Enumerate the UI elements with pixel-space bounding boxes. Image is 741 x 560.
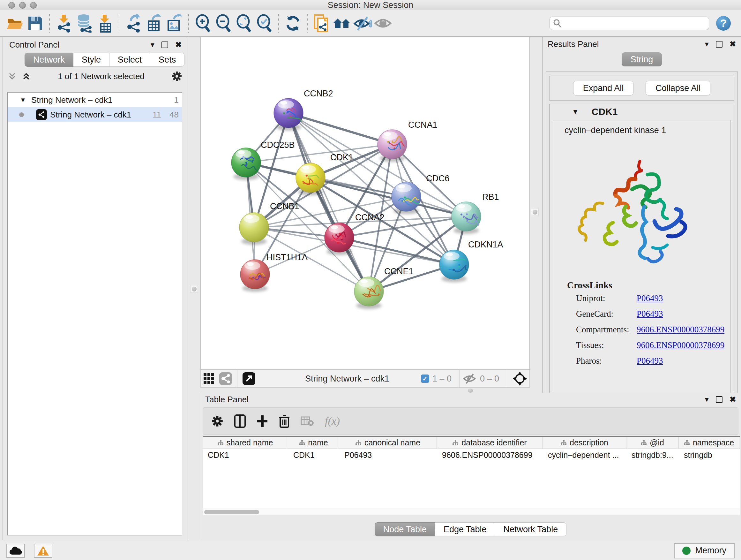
- search-input[interactable]: [561, 17, 705, 29]
- import-network-from-database-button[interactable]: [74, 13, 94, 34]
- table-row[interactable]: CDK1CDK1P064939606.ENSP00000378699cyclin…: [203, 449, 740, 461]
- protein-details: cyclin–dependent kinase 1: [553, 120, 731, 401]
- tab-string[interactable]: String: [622, 52, 662, 66]
- column-header-canonical-name[interactable]: canonical name: [339, 437, 437, 449]
- column-header-description[interactable]: description: [543, 437, 626, 449]
- node-RB1[interactable]: RB1: [452, 192, 499, 234]
- show-all-button[interactable]: [373, 13, 393, 34]
- network-row[interactable]: String Network – cdk1 11 48: [8, 107, 182, 122]
- tab-network[interactable]: Network: [24, 53, 73, 67]
- close-panel-icon[interactable]: ✖: [175, 41, 182, 49]
- open-session-button[interactable]: [4, 13, 25, 34]
- crosslink-link[interactable]: 9606.ENSP00000378699: [636, 340, 724, 350]
- collection-count: 1: [174, 95, 179, 105]
- titlebar: Session: New Session: [0, 0, 741, 10]
- detach-view-button[interactable]: [241, 370, 257, 387]
- export-network-button[interactable]: [123, 13, 144, 34]
- expand-all-chevrons-icon[interactable]: [21, 71, 31, 81]
- protein-description: cyclin–dependent kinase 1: [553, 120, 731, 135]
- trash-icon[interactable]: [279, 415, 290, 428]
- crosslink-row: Uniprot:P06493: [553, 291, 731, 306]
- show-columns-icon[interactable]: [234, 415, 246, 428]
- node-CCNB1[interactable]: CCNB1: [239, 201, 299, 245]
- node-CDKN1A[interactable]: CDKN1A: [440, 240, 503, 282]
- node-CCNA1[interactable]: CCNA1: [378, 120, 437, 162]
- protein-section-header[interactable]: ▼ CDK1: [549, 104, 734, 119]
- column-header-namespace[interactable]: namespace: [679, 437, 739, 449]
- float-panel-icon[interactable]: [161, 42, 168, 48]
- panel-menu-arrow-icon[interactable]: ▾: [705, 40, 709, 48]
- disclosure-triangle-icon[interactable]: ▼: [20, 97, 26, 104]
- birdseye-view-button[interactable]: [510, 370, 529, 387]
- panel-menu-arrow-icon[interactable]: ▾: [151, 41, 154, 49]
- column-header-@id[interactable]: @id: [626, 437, 679, 449]
- gear-icon[interactable]: [172, 71, 182, 82]
- export-table-button[interactable]: [144, 13, 164, 34]
- network-view-button[interactable]: [217, 370, 234, 387]
- expand-all-button[interactable]: Expand All: [573, 81, 634, 96]
- tab-select[interactable]: Select: [110, 53, 150, 67]
- left-splitter-handle[interactable]: [190, 285, 198, 293]
- float-panel-icon[interactable]: [716, 41, 723, 48]
- grid-view-button[interactable]: [201, 370, 217, 387]
- gear-icon[interactable]: [211, 415, 223, 427]
- close-panel-icon[interactable]: ✖: [730, 40, 736, 48]
- panel-menu-arrow-icon[interactable]: ▾: [705, 395, 709, 403]
- edge-CCNA2-CDKN1A[interactable]: [339, 238, 454, 265]
- scrollbar-thumb[interactable]: [204, 510, 259, 514]
- edge-CCNB2-CCNA1[interactable]: [288, 113, 392, 144]
- node-label-CCNE1: CCNE1: [384, 266, 414, 276]
- crosslink-link[interactable]: P06493: [636, 356, 663, 366]
- cloud-button[interactable]: [6, 544, 25, 558]
- import-network-button[interactable]: [54, 13, 74, 34]
- search-icon: [553, 19, 561, 28]
- zoom-selected-button[interactable]: [254, 13, 274, 34]
- horizontal-splitter-handle[interactable]: [468, 388, 473, 393]
- node-CCNE1[interactable]: CCNE1: [354, 266, 414, 309]
- memory-button[interactable]: Memory: [674, 543, 735, 558]
- close-panel-icon[interactable]: ✖: [730, 395, 736, 403]
- crosslink-link[interactable]: P06493: [636, 309, 663, 319]
- first-neighbors-button[interactable]: [332, 13, 352, 34]
- collapse-all-chevrons-icon[interactable]: [7, 71, 17, 81]
- crosslinks-heading: CrossLinks: [553, 280, 731, 291]
- crosslink-link[interactable]: 9606.ENSP00000378699: [636, 325, 724, 334]
- tab-node-table[interactable]: Node Table: [375, 522, 435, 537]
- table-cell: CDK1: [203, 449, 288, 461]
- apply-layout-button[interactable]: [283, 13, 303, 34]
- save-session-button[interactable]: [25, 13, 45, 34]
- import-table-button[interactable]: [94, 13, 115, 34]
- add-icon[interactable]: [257, 415, 268, 428]
- float-panel-icon[interactable]: [716, 396, 723, 403]
- crosslink-link[interactable]: P06493: [636, 294, 663, 303]
- export-image-button[interactable]: [164, 13, 185, 34]
- zoom-in-button[interactable]: [193, 13, 213, 34]
- column-header-database-identifier[interactable]: database identifier: [437, 437, 543, 449]
- network-canvas[interactable]: CCNB2CCNA1CDC25BCDK1CDC6RB1CCNB1CCNA2CDK…: [200, 37, 530, 370]
- new-network-from-selection-button[interactable]: [312, 13, 332, 34]
- selected-checkbox[interactable]: ✓: [421, 374, 429, 383]
- right-splitter-handle[interactable]: [531, 208, 539, 216]
- node-HIST1H1A[interactable]: HIST1H1A: [240, 253, 308, 292]
- tab-sets[interactable]: Sets: [150, 53, 185, 67]
- control-panel-tabs: NetworkStyleSelectSets: [24, 53, 187, 67]
- toolbar-separator: [119, 14, 119, 33]
- horizontal-scrollbar[interactable]: [203, 509, 740, 515]
- disclosure-triangle-icon[interactable]: ▼: [572, 108, 579, 116]
- network-collection-row[interactable]: ▼ String Network – cdk1 1: [8, 92, 182, 107]
- main-toolbar: ?: [0, 10, 741, 37]
- hide-selection-button[interactable]: [352, 13, 373, 34]
- zoom-fit-button[interactable]: [233, 13, 254, 34]
- collapse-all-button[interactable]: Collapse All: [646, 81, 711, 96]
- warning-button[interactable]: [34, 544, 52, 558]
- zoom-out-button[interactable]: [213, 13, 233, 34]
- help-button[interactable]: ?: [716, 16, 731, 30]
- crosslink-row: Compartments:9606.ENSP00000378699: [553, 322, 731, 337]
- tab-network-table[interactable]: Network Table: [495, 522, 567, 537]
- column-header-shared-name[interactable]: shared name: [203, 437, 288, 449]
- open-folder-icon: [6, 16, 23, 31]
- tab-style[interactable]: Style: [73, 53, 110, 67]
- edge-CCNB2-CCNE1[interactable]: [288, 113, 369, 292]
- column-header-name[interactable]: name: [288, 437, 339, 449]
- tab-edge-table[interactable]: Edge Table: [435, 522, 495, 537]
